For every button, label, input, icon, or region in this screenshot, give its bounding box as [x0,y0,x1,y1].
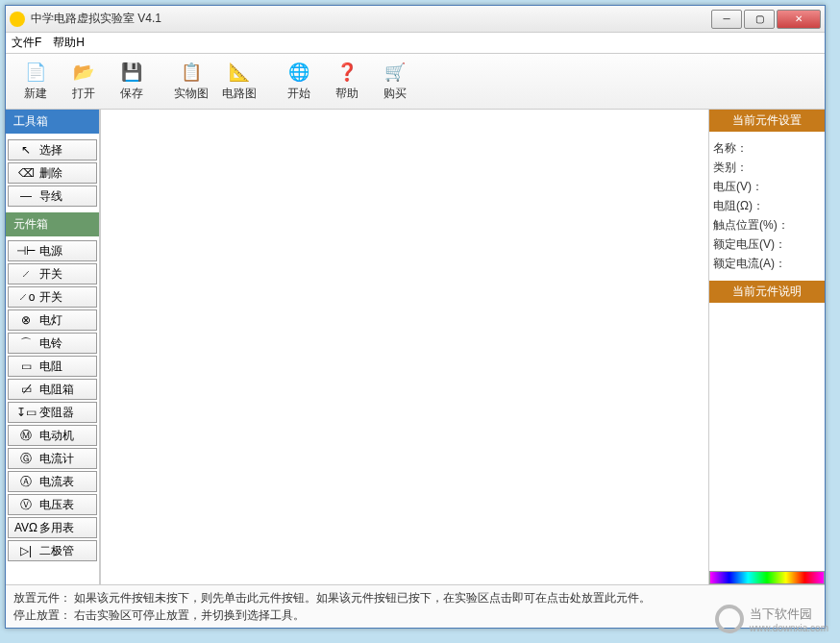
toolbox-list: ↖选择⌫删除—导线 [6,134,99,212]
window-title: 中学电路虚拟实验室 V4.1 [31,11,711,27]
menu-file[interactable]: 文件F [12,35,41,51]
help-icon: ❓ [335,61,358,84]
switch-1-label: 开关 [39,266,92,283]
resistor-icon: ▭ [12,359,39,373]
circuit-view-label: 电路图 [222,86,257,102]
rheostat-item[interactable]: ↧▭变阻器 [8,402,97,423]
select-tool-icon: ↖ [12,143,39,157]
open-icon: 📂 [72,61,95,84]
property-row-6: 额定电流(A)： [713,256,821,272]
multimeter-item[interactable]: AVΩ多用表 [8,517,97,538]
motor-item[interactable]: Ⓜ电动机 [8,425,97,446]
lamp-item[interactable]: ⊗电灯 [8,309,97,331]
buy-icon: 🛒 [383,61,407,84]
delete-tool-label: 删除 [39,165,92,182]
status-line-1: 放置元件： 如果该元件按钮未按下，则先单击此元件按钮。如果该元件按钮已按下，在实… [13,589,817,606]
physical-view-label: 实物图 [174,86,209,102]
circuit-view-icon: 📐 [228,61,251,84]
ammeter-item[interactable]: Ⓐ电流表 [8,471,97,492]
property-row-5: 额定电压(V)： [713,236,821,253]
main-body: 工具箱 ↖选择⌫删除—导线 元件箱 ⊣⊢电源⟋开关⟋о开关⊗电灯⌒电铃▭电阻▭̸… [6,110,825,584]
circuit-view-button[interactable]: 📐电路图 [217,58,261,105]
power-label: 电源 [39,243,92,260]
multimeter-icon: AVΩ [12,521,39,534]
multimeter-label: 多用表 [39,520,92,536]
galvanometer-label: 电流计 [39,451,92,467]
left-panel: 工具箱 ↖选择⌫删除—导线 元件箱 ⊣⊢电源⟋开关⟋о开关⊗电灯⌒电铃▭电阻▭̸… [6,110,100,584]
save-icon: 💾 [120,61,143,84]
power-icon: ⊣⊢ [12,244,39,258]
menu-help[interactable]: 帮助H [53,35,85,51]
start-label: 开始 [287,86,310,102]
status-line-2: 停止放置： 右击实验区可停止放置，并切换到选择工具。 [13,606,817,624]
buy-label: 购买 [383,86,407,102]
description-header: 当前元件说明 [709,281,825,303]
watermark-url: www.downxia.com [750,623,828,633]
power-item[interactable]: ⊣⊢电源 [8,240,97,261]
select-tool-item[interactable]: ↖选择 [8,139,97,161]
resistor-box-item[interactable]: ▭̸电阻箱 [8,379,97,400]
voltmeter-label: 电压表 [39,497,92,513]
minimize-button[interactable]: ─ [711,10,742,29]
property-row-0: 名称： [713,140,821,157]
toolbar: 📄新建📂打开💾保存📋实物图📐电路图🌐开始❓帮助🛒购买 [6,54,825,110]
new-button[interactable]: 📄新建 [13,58,58,105]
ammeter-label: 电流表 [39,474,92,490]
diode-icon: ▷| [12,544,39,557]
titlebar: 中学电路虚拟实验室 V4.1 ─ ▢ ✕ [6,6,825,33]
watermark: 当下软件园 www.downxia.com [715,605,828,633]
resistor-box-icon: ▭̸ [12,383,39,396]
property-row-4: 触点位置(%)： [713,217,821,234]
wire-tool-item[interactable]: —导线 [8,185,97,207]
wire-tool-icon: — [12,189,39,203]
window-controls: ─ ▢ ✕ [711,10,821,29]
motor-label: 电动机 [39,428,92,444]
voltmeter-icon: Ⓥ [12,497,39,513]
property-row-1: 类别： [713,160,821,176]
delete-tool-icon: ⌫ [12,166,39,180]
switch-2-label: 开关 [39,289,92,306]
buy-button[interactable]: 🛒购买 [373,58,417,105]
select-tool-label: 选择 [39,142,92,159]
resistor-label: 电阻 [39,359,92,375]
rheostat-label: 变阻器 [39,405,92,421]
delete-tool-item[interactable]: ⌫删除 [8,162,97,184]
open-label: 打开 [72,86,95,102]
motor-icon: Ⓜ [12,428,39,444]
componentbox-header: 元件箱 [6,212,99,236]
watermark-logo-icon [715,605,744,633]
bell-item[interactable]: ⌒电铃 [8,333,97,354]
canvas-area[interactable] [100,110,709,584]
menubar: 文件F 帮助H [6,33,825,54]
new-icon: 📄 [24,61,47,84]
switch-1-icon: ⟋ [12,267,39,281]
wire-tool-label: 导线 [39,188,92,205]
switch-2-item[interactable]: ⟋о开关 [8,286,97,308]
physical-view-button[interactable]: 📋实物图 [169,58,213,105]
diode-item[interactable]: ▷|二极管 [8,540,97,561]
property-row-3: 电阻(Ω)： [713,198,821,214]
voltmeter-item[interactable]: Ⓥ电压表 [8,494,97,515]
rheostat-icon: ↧▭ [12,406,39,419]
open-button[interactable]: 📂打开 [62,58,106,105]
close-button[interactable]: ✕ [777,10,821,29]
galvanometer-item[interactable]: Ⓖ电流计 [8,448,97,469]
lamp-label: 电灯 [39,312,92,329]
description-body [709,303,825,571]
maximize-button[interactable]: ▢ [744,10,775,29]
ammeter-icon: Ⓐ [12,474,39,490]
bell-label: 电铃 [39,335,92,352]
help-button[interactable]: ❓帮助 [325,58,369,105]
save-button[interactable]: 💾保存 [110,58,154,105]
color-picker-bar[interactable] [709,571,825,584]
properties-body: 名称：类别：电压(V)：电阻(Ω)：触点位置(%)：额定电压(V)：额定电流(A… [709,132,825,281]
properties-header: 当前元件设置 [709,110,825,132]
app-icon [10,12,25,27]
statusbar: 放置元件： 如果该元件按钮未按下，则先单击此元件按钮。如果该元件按钮已按下，在实… [6,584,825,628]
start-button[interactable]: 🌐开始 [277,58,321,105]
save-label: 保存 [120,86,143,102]
switch-1-item[interactable]: ⟋开关 [8,263,97,284]
resistor-item[interactable]: ▭电阻 [8,356,97,377]
right-panel: 当前元件设置 名称：类别：电压(V)：电阻(Ω)：触点位置(%)：额定电压(V)… [709,110,825,584]
diode-label: 二极管 [39,543,92,559]
